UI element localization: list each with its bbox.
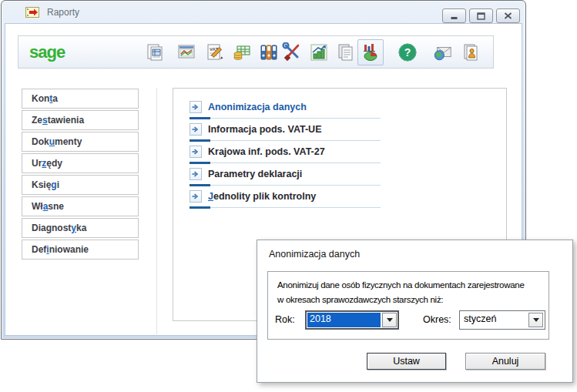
rok-value: 2018 — [307, 313, 381, 327]
label-part: menty — [55, 136, 82, 147]
help-icon[interactable]: ? — [398, 42, 418, 62]
dialog-description-line1: Anonimizuj dane osób fizycznych na dokum… — [277, 278, 539, 293]
arrow-right-icon — [190, 146, 202, 158]
sidebar-item-zestawienia[interactable]: Zestawienia — [22, 110, 139, 130]
report-documents-icon[interactable] — [145, 42, 165, 62]
label-part: tawienia — [48, 115, 84, 126]
label-part: Ur — [32, 158, 42, 169]
okres-dropdown-button[interactable] — [528, 313, 543, 327]
person-report-icon[interactable] — [461, 42, 481, 62]
title-bar[interactable]: Raporty — [2, 2, 525, 23]
rok-dropdown-button[interactable] — [382, 313, 397, 327]
copy-documents-icon[interactable] — [336, 42, 356, 62]
minimize-icon — [450, 12, 458, 20]
label-part: ędy — [46, 158, 62, 169]
window-controls — [442, 8, 520, 23]
vat-register-icon[interactable]: VAT — [205, 42, 225, 62]
report-item-krajowa-vat-27[interactable]: Krajowa inf. pods. VAT-27 — [190, 143, 381, 166]
arrow-right-icon — [190, 190, 202, 203]
label-part: Def — [32, 244, 46, 255]
label-part: a — [52, 93, 58, 104]
label-accel: u — [49, 136, 55, 147]
close-icon — [504, 12, 512, 19]
window-title: Raporty — [47, 7, 79, 18]
rok-combobox[interactable]: 2018 — [305, 310, 399, 330]
sidebar-item-dokumenty[interactable]: Dokumenty — [22, 132, 139, 152]
arrow-right-icon — [190, 123, 202, 136]
send-report-icon[interactable] — [433, 42, 453, 62]
dialog-description-line2: w okresach sprawozdawczych starszych niż… — [277, 293, 539, 307]
anonimizacja-danych-dialog: Anonimizacja danych Anonimizuj dane osób… — [257, 240, 573, 383]
maximize-icon — [477, 12, 485, 20]
arrow-right-icon — [190, 101, 202, 113]
label-part: sne — [48, 201, 64, 212]
arrow-right-icon — [190, 168, 202, 180]
okres-value: styczeń — [461, 313, 527, 327]
label-accel: g — [51, 179, 56, 190]
label-part: Ze — [32, 115, 42, 126]
screen: Raporty sage — [0, 0, 577, 392]
rok-label: Rok: — [275, 314, 295, 325]
chevron-down-icon — [533, 318, 539, 322]
divider — [190, 184, 381, 186]
okres-combobox[interactable]: styczeń — [459, 310, 545, 330]
money-table-icon[interactable] — [232, 42, 252, 62]
charts-report-icon[interactable] — [357, 39, 384, 65]
toolbar: sage — [18, 35, 494, 69]
dialog-title: Anonimizacja danych — [269, 249, 360, 260]
divider — [190, 162, 381, 164]
report-item-label: Jednolity plik kontrolny — [208, 191, 316, 202]
report-item-label: Parametry deklaracji — [208, 169, 302, 179]
divider — [190, 206, 381, 209]
report-item-informacja-vat-ue[interactable]: Informacja pods. VAT-UE — [190, 121, 381, 143]
label-part: Dok — [32, 136, 49, 147]
okres-label: Okres: — [423, 314, 451, 325]
divider — [190, 117, 381, 119]
label-part: Kon — [32, 93, 49, 104]
label-part: i — [57, 179, 59, 190]
report-item-parametry-deklaracji[interactable]: Parametry deklaracji — [190, 166, 381, 188]
minimize-button[interactable] — [442, 8, 466, 23]
label-part: niowanie — [49, 244, 89, 255]
anuluj-button[interactable]: Anuluj — [465, 353, 545, 370]
maximize-button[interactable] — [469, 8, 493, 23]
report-item-label: Anonimizacja danych — [208, 102, 307, 112]
report-item-anonimizacja-danych[interactable]: Anonimizacja danych — [190, 99, 381, 121]
chart-window-icon[interactable] — [176, 42, 196, 62]
tools-icon[interactable] — [282, 42, 302, 62]
sidebar-item-wlasne[interactable]: Własne — [22, 196, 139, 216]
label-part: Wł — [32, 201, 43, 212]
svg-text:?: ? — [404, 46, 411, 59]
label-accel: s — [42, 115, 48, 126]
sidebar-item-diagnostyka[interactable]: Diagnostyka — [22, 218, 139, 238]
sidebar-item-konta[interactable]: Konta — [22, 89, 139, 109]
report-item-jednolity-plik-kontrolny[interactable]: Jednolity plik kontrolny — [190, 188, 381, 210]
binders-icon[interactable] — [259, 42, 279, 62]
growth-chart-icon[interactable] — [309, 42, 329, 62]
sage-logo: sage — [29, 42, 65, 62]
close-button[interactable] — [496, 8, 520, 23]
ustaw-button[interactable]: Ustaw — [367, 353, 446, 370]
chevron-down-icon — [387, 318, 393, 322]
sidebar-item-urzedy[interactable]: Urzędy — [22, 153, 139, 173]
report-arrow-icon — [25, 7, 39, 18]
label-part: ka — [76, 223, 86, 233]
sidebar-item-definiowanie[interactable]: Definiowanie — [22, 240, 139, 260]
sidebar-item-ksiegi[interactable]: Księgi — [22, 175, 139, 195]
report-item-label: Informacja pods. VAT-UE — [208, 124, 321, 135]
divider — [190, 139, 381, 142]
report-item-label: Krajowa inf. pods. VAT-27 — [208, 146, 325, 157]
label-part: Księ — [32, 179, 51, 190]
divider — [156, 88, 157, 334]
label-part: Diagnost — [32, 223, 71, 233]
